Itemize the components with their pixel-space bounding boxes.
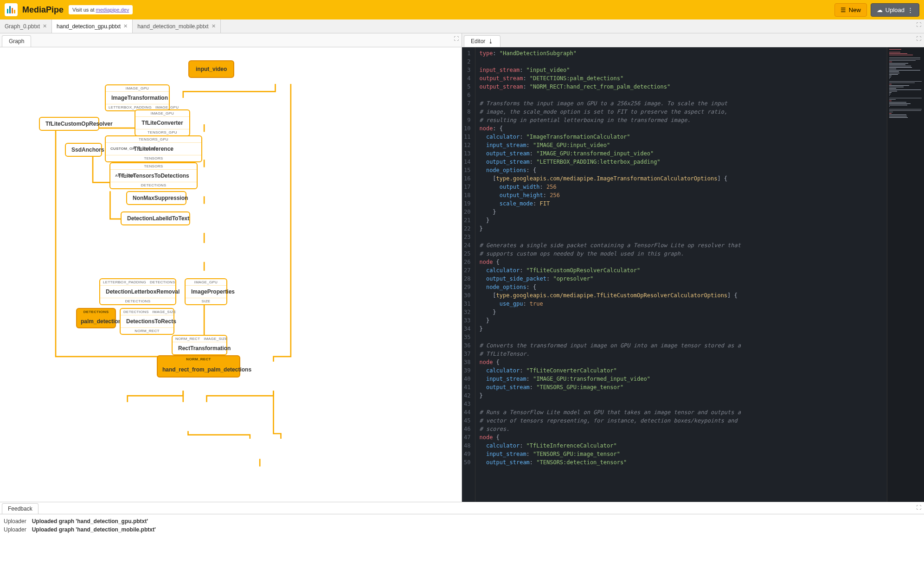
editor-tab-label: Editor bbox=[471, 38, 485, 45]
node-port-top: DETECTIONS bbox=[77, 309, 115, 315]
node-image-transformation[interactable]: IMAGE_GPU ImageTransformation LETTERBOX_… bbox=[105, 84, 170, 111]
node-input-video[interactable]: input_video bbox=[188, 60, 234, 78]
node-port-left: CUSTOM_OP_RESOLVER bbox=[108, 146, 161, 152]
main-area: Graph ⛶ bbox=[0, 33, 924, 502]
node-port-top-right: IMAGE_SIZE bbox=[204, 337, 227, 341]
node-port-left: ANCHORS bbox=[112, 173, 138, 179]
node-tflite-converter[interactable]: IMAGE_GPU TfLiteConverter TENSORS_GPU bbox=[135, 109, 190, 136]
node-non-max-suppression[interactable]: NonMaxSuppression bbox=[126, 191, 186, 205]
file-tab-label: hand_detection_gpu.pbtxt bbox=[57, 23, 121, 30]
close-icon[interactable]: ✕ bbox=[212, 23, 216, 29]
feedback-body: UploaderUploaded graph 'hand_detection_g… bbox=[0, 514, 924, 537]
expand-icon[interactable]: ⛶ bbox=[454, 36, 459, 41]
cloud-upload-icon: ☁ bbox=[877, 6, 883, 13]
node-port-top: IMAGE_GPU bbox=[106, 85, 169, 92]
expand-icon[interactable]: ⛶ bbox=[916, 505, 921, 510]
node-detections-to-rects[interactable]: DETECTIONS IMAGE_SIZE DetectionsToRects … bbox=[120, 308, 174, 335]
node-port-bottom-right: IMAGE_GPU bbox=[155, 105, 179, 109]
node-port-top-left: NORM_RECT bbox=[175, 337, 200, 341]
node-tflite-tensors-to-detections[interactable]: TENSORS ANCHORS TfLiteTensorsToDetection… bbox=[109, 162, 198, 189]
download-icon[interactable]: ⭳ bbox=[488, 38, 494, 45]
code-content[interactable]: type: "HandDetectionSubgraph" input_stre… bbox=[475, 47, 887, 502]
close-icon[interactable]: ✕ bbox=[43, 23, 47, 29]
node-port-bottom: NORM_RECT bbox=[121, 327, 173, 334]
visit-prefix: Visit us at bbox=[72, 7, 96, 13]
file-tab-label: Graph_0.pbtxt bbox=[5, 23, 40, 30]
node-tflite-custom-op-resolver[interactable]: TfLiteCustomOpResolver bbox=[39, 117, 99, 131]
feedback-message: Uploaded graph 'hand_detection_mobile.pb… bbox=[32, 526, 156, 533]
feedback-message: Uploaded graph 'hand_detection_gpu.pbtxt… bbox=[32, 518, 148, 525]
node-port-bottom: TENSORS bbox=[106, 155, 201, 161]
node-tflite-inference[interactable]: TENSORS_GPU CUSTOM_OP_RESOLVER TfLiteInf… bbox=[105, 135, 202, 162]
menu-icon: ☰ bbox=[841, 6, 846, 13]
node-title: TfLiteConverter bbox=[135, 117, 189, 129]
node-port-top: TENSORS_GPU bbox=[106, 136, 201, 143]
file-tabs-bar: Graph_0.pbtxt✕hand_detection_gpu.pbtxt✕h… bbox=[0, 19, 924, 33]
node-port-top: TENSORS bbox=[110, 163, 197, 170]
node-title: DetectionsToRects bbox=[121, 315, 173, 327]
upload-button-label: Upload bbox=[886, 6, 905, 13]
close-icon[interactable]: ✕ bbox=[123, 23, 128, 29]
editor-panel-tabs: Editor ⭳ ⛶ bbox=[462, 33, 924, 47]
editor-tab[interactable]: Editor ⭳ bbox=[464, 35, 500, 47]
node-palm-detections[interactable]: DETECTIONS palm_detections bbox=[76, 308, 116, 328]
new-button-label: New bbox=[849, 6, 861, 13]
feedback-pane: Feedback ⛶ UploaderUploaded graph 'hand_… bbox=[0, 502, 924, 576]
feedback-row: UploaderUploaded graph 'hand_detection_m… bbox=[4, 525, 920, 534]
node-title: ImageProperties bbox=[186, 286, 226, 298]
node-port-top-left: DETECTIONS bbox=[123, 310, 149, 314]
file-tab[interactable]: hand_detection_mobile.pbtxt✕ bbox=[133, 19, 220, 33]
more-vert-icon: ⋮ bbox=[907, 6, 913, 13]
node-port-top-left: LETTERBOX_PADDING bbox=[103, 280, 146, 284]
node-port-bottom: SIZE bbox=[186, 298, 226, 304]
node-title: DetectionLabelIdToText bbox=[122, 212, 189, 224]
node-title: DetectionLetterboxRemoval bbox=[100, 286, 175, 298]
node-detection-label-id-to-text[interactable]: DetectionLabelIdToText bbox=[121, 211, 190, 225]
file-tab[interactable]: hand_detection_gpu.pbtxt✕ bbox=[52, 19, 133, 33]
node-port-top: IMAGE_GPU bbox=[186, 279, 226, 286]
app-header: MediaPipe Visit us at mediapipe.dev ☰ Ne… bbox=[0, 0, 924, 19]
node-title: NonMaxSuppression bbox=[127, 192, 186, 204]
graph-canvas[interactable]: input_video IMAGE_GPU ImageTransformatio… bbox=[0, 47, 462, 502]
node-port-top-right: IMAGE_SIZE bbox=[153, 310, 176, 314]
node-port-top: IMAGE_GPU bbox=[135, 110, 189, 117]
node-title: input_video bbox=[196, 66, 227, 72]
node-port-bottom: DETECTIONS bbox=[100, 298, 175, 304]
file-tab-label: hand_detection_mobile.pbtxt bbox=[137, 23, 208, 30]
feedback-tab[interactable]: Feedback bbox=[2, 503, 38, 514]
node-hand-rect-output[interactable]: NORM_RECT hand_rect_from_palm_detections bbox=[157, 355, 240, 378]
node-title: SsdAnchors bbox=[66, 144, 101, 156]
node-port-bottom: TENSORS_GPU bbox=[135, 129, 189, 135]
brand-name: MediaPipe bbox=[22, 5, 64, 15]
upload-button[interactable]: ☁ Upload ⋮ bbox=[871, 3, 919, 17]
node-title: hand_rect_from_palm_detections bbox=[158, 363, 239, 377]
expand-icon[interactable]: ⛶ bbox=[916, 22, 921, 27]
node-port-top: NORM_RECT bbox=[158, 356, 239, 363]
editor-body[interactable]: 1234567891011121314151617181920212223242… bbox=[462, 47, 924, 502]
feedback-row: UploaderUploaded graph 'hand_detection_g… bbox=[4, 517, 920, 525]
node-title: TfLiteCustomOpResolver bbox=[40, 118, 98, 130]
file-tab[interactable]: Graph_0.pbtxt✕ bbox=[0, 19, 52, 33]
graph-edges bbox=[0, 47, 462, 502]
line-gutter: 1234567891011121314151617181920212223242… bbox=[462, 47, 475, 502]
node-ssd-anchors[interactable]: SsdAnchors bbox=[65, 143, 102, 157]
visit-link-box[interactable]: Visit us at mediapipe.dev bbox=[68, 5, 133, 15]
feedback-source: Uploader bbox=[4, 518, 26, 525]
minimap[interactable] bbox=[887, 47, 924, 502]
node-image-properties[interactable]: IMAGE_GPU ImageProperties SIZE bbox=[185, 278, 227, 305]
feedback-tabs: Feedback ⛶ bbox=[0, 502, 924, 514]
graph-tab[interactable]: Graph bbox=[2, 35, 31, 47]
node-port-top-right: DETECTIONS bbox=[150, 280, 175, 284]
node-detection-letterbox-removal[interactable]: LETTERBOX_PADDING DETECTIONS DetectionLe… bbox=[99, 278, 176, 305]
feedback-source: Uploader bbox=[4, 526, 26, 533]
brand-logo bbox=[5, 3, 18, 16]
node-title: ImageTransformation bbox=[106, 92, 169, 104]
node-rect-transformation[interactable]: NORM_RECT IMAGE_SIZE RectTransformation bbox=[172, 335, 227, 355]
new-button[interactable]: ☰ New bbox=[834, 3, 867, 17]
graph-panel-tabs: Graph ⛶ bbox=[0, 33, 462, 47]
expand-icon[interactable]: ⛶ bbox=[916, 36, 921, 41]
node-title: RectTransformation bbox=[173, 342, 226, 354]
visit-link[interactable]: mediapipe.dev bbox=[96, 7, 129, 13]
node-port-bottom: DETECTIONS bbox=[110, 182, 197, 188]
node-port-bottom-left: LETTERBOX_PADDING bbox=[109, 105, 152, 109]
